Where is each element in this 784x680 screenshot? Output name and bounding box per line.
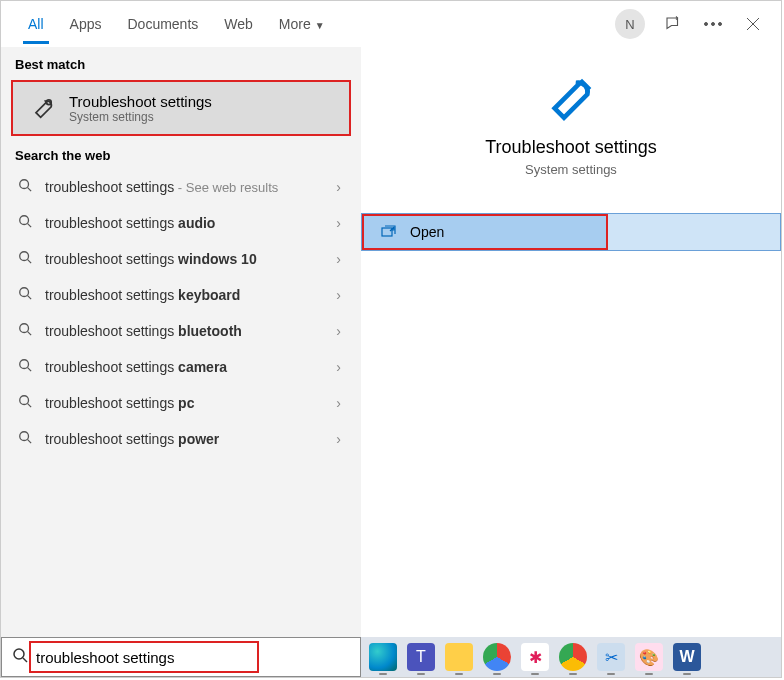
web-result[interactable]: troubleshoot settings - See web results›	[1, 169, 361, 205]
chevron-right-icon[interactable]: ›	[330, 431, 347, 447]
wrench-icon	[27, 92, 59, 124]
search-icon	[15, 178, 35, 196]
search-icon	[15, 250, 35, 268]
taskbar-teams-icon[interactable]: T	[407, 643, 435, 671]
taskbar-snip-icon[interactable]: ✂	[597, 643, 625, 671]
web-result-text: troubleshoot settings audio	[45, 215, 330, 231]
svg-point-10	[20, 396, 29, 405]
search-web-header: Search the web	[1, 138, 361, 169]
chevron-right-icon[interactable]: ›	[330, 359, 347, 375]
taskbar-chrome2-icon[interactable]	[559, 643, 587, 671]
taskbar-explorer-icon[interactable]	[445, 643, 473, 671]
best-match-header: Best match	[1, 47, 361, 78]
web-result-text: troubleshoot settings keyboard	[45, 287, 330, 303]
svg-point-0	[705, 23, 708, 26]
chevron-right-icon[interactable]: ›	[330, 395, 347, 411]
open-action-row: Open	[361, 213, 781, 251]
open-label: Open	[410, 224, 444, 240]
tab-more[interactable]: More▼	[266, 4, 338, 44]
search-icon	[15, 214, 35, 232]
feedback-icon[interactable]	[653, 4, 693, 44]
taskbar: T ✱ ✂ 🎨 W	[361, 637, 781, 677]
preview-panel: Troubleshoot settings System settings Op…	[361, 47, 781, 639]
svg-point-2	[719, 23, 722, 26]
close-icon[interactable]	[733, 4, 773, 44]
search-icon	[15, 322, 35, 340]
tab-web[interactable]: Web	[211, 4, 266, 44]
search-box[interactable]	[1, 637, 361, 677]
search-icon	[15, 358, 35, 376]
svg-point-6	[20, 252, 29, 261]
web-result-text: troubleshoot settings bluetooth	[45, 323, 330, 339]
search-tabs: All Apps Documents Web More▼ N	[1, 1, 781, 47]
taskbar-word-icon[interactable]: W	[673, 643, 701, 671]
web-result[interactable]: troubleshoot settings bluetooth›	[1, 313, 361, 349]
taskbar-slack-icon[interactable]: ✱	[521, 643, 549, 671]
web-result-text: troubleshoot settings power	[45, 431, 330, 447]
svg-point-5	[20, 216, 29, 225]
chevron-down-icon: ▼	[315, 20, 325, 31]
web-result[interactable]: troubleshoot settings pc›	[1, 385, 361, 421]
open-button[interactable]: Open	[362, 214, 608, 250]
svg-point-9	[20, 360, 29, 369]
best-match-result[interactable]: Troubleshoot settings System settings	[11, 80, 351, 136]
svg-rect-12	[382, 228, 392, 236]
svg-point-8	[20, 324, 29, 333]
chevron-right-icon[interactable]: ›	[330, 179, 347, 195]
web-result[interactable]: troubleshoot settings keyboard›	[1, 277, 361, 313]
web-result[interactable]: troubleshoot settings windows 10›	[1, 241, 361, 277]
svg-point-11	[20, 432, 29, 441]
user-avatar[interactable]: N	[615, 9, 645, 39]
search-icon	[15, 286, 35, 304]
wrench-large-icon	[543, 71, 599, 127]
web-result[interactable]: troubleshoot settings power›	[1, 421, 361, 457]
tab-apps[interactable]: Apps	[57, 4, 115, 44]
more-options-icon[interactable]	[693, 4, 733, 44]
preview-subtitle: System settings	[525, 162, 617, 177]
chevron-right-icon[interactable]: ›	[330, 323, 347, 339]
search-icon	[15, 430, 35, 448]
chevron-right-icon[interactable]: ›	[330, 215, 347, 231]
web-result-text: troubleshoot settings - See web results	[45, 179, 330, 195]
open-row-remainder[interactable]	[608, 214, 780, 250]
search-icon	[12, 647, 28, 667]
taskbar-paint-icon[interactable]: 🎨	[635, 643, 663, 671]
tab-documents[interactable]: Documents	[114, 4, 211, 44]
taskbar-chrome-icon[interactable]	[483, 643, 511, 671]
web-result-text: troubleshoot settings windows 10	[45, 251, 330, 267]
web-result[interactable]: troubleshoot settings audio›	[1, 205, 361, 241]
taskbar-edge-icon[interactable]	[369, 643, 397, 671]
tab-all[interactable]: All	[15, 4, 57, 44]
svg-point-7	[20, 288, 29, 297]
preview-title: Troubleshoot settings	[485, 137, 656, 158]
web-result[interactable]: troubleshoot settings camera›	[1, 349, 361, 385]
best-match-subtitle: System settings	[69, 110, 212, 124]
svg-point-4	[20, 180, 29, 189]
results-panel: Best match Troubleshoot settings System …	[1, 47, 361, 639]
svg-point-13	[14, 649, 24, 659]
best-match-title: Troubleshoot settings	[69, 93, 212, 110]
web-result-text: troubleshoot settings camera	[45, 359, 330, 375]
chevron-right-icon[interactable]: ›	[330, 287, 347, 303]
svg-point-1	[712, 23, 715, 26]
open-icon	[380, 224, 396, 240]
web-result-text: troubleshoot settings pc	[45, 395, 330, 411]
chevron-right-icon[interactable]: ›	[330, 251, 347, 267]
search-input[interactable]	[36, 649, 350, 666]
search-icon	[15, 394, 35, 412]
